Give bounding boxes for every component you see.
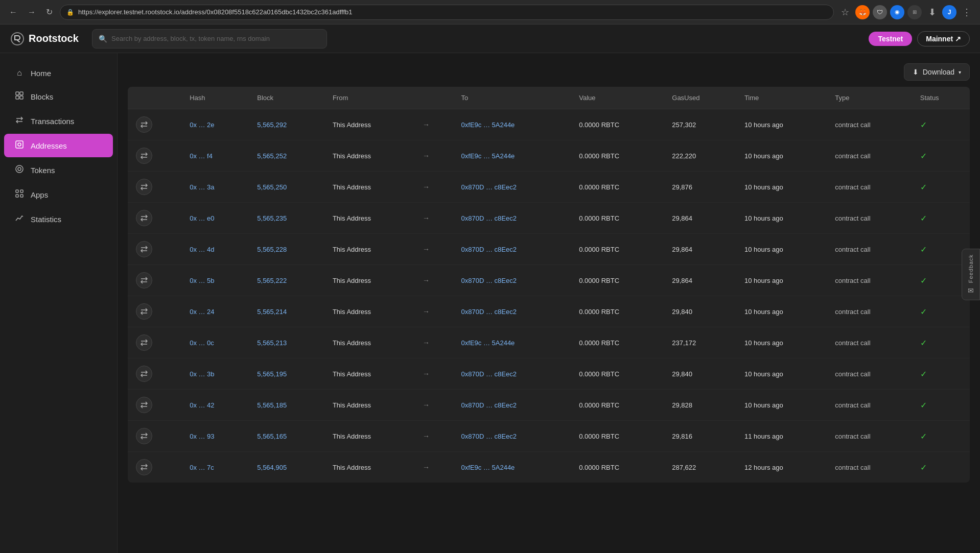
browser-icons: ☆ 🦊 🛡 ◉ ⊞ ⬇ J ⋮ xyxy=(838,5,974,19)
url-bar[interactable]: 🔒 https://explorer.testnet.rootstock.io/… xyxy=(60,5,834,20)
row-to: 0xfE9c … 5A244e xyxy=(453,109,571,140)
sidebar-item-statistics[interactable]: Statistics xyxy=(4,207,113,231)
row-status: ✓ xyxy=(912,358,970,390)
row-icon-cell xyxy=(128,203,181,234)
download-button[interactable]: ⬇ Download ▾ xyxy=(904,63,970,81)
hash-link[interactable]: 0x … 3b xyxy=(190,370,214,378)
block-link[interactable]: 5,565,292 xyxy=(257,121,287,129)
tx-swap-icon[interactable] xyxy=(136,366,152,382)
row-block: 5,564,905 xyxy=(249,452,324,483)
firefox-icon[interactable]: 🦊 xyxy=(855,5,870,19)
block-link[interactable]: 5,565,213 xyxy=(257,339,287,347)
hash-link[interactable]: 0x … f4 xyxy=(190,152,213,160)
block-link[interactable]: 5,565,185 xyxy=(257,401,287,409)
block-link[interactable]: 5,565,214 xyxy=(257,308,287,316)
search-bar[interactable]: 🔍 Search by address, block, tx, token na… xyxy=(92,29,327,49)
hash-link[interactable]: 0x … 42 xyxy=(190,401,214,409)
row-value: 0.0000 RBTC xyxy=(571,203,664,234)
row-value: 0.0000 RBTC xyxy=(571,140,664,172)
block-link[interactable]: 5,564,905 xyxy=(257,464,287,471)
row-type: contract call xyxy=(827,109,912,140)
hash-link[interactable]: 0x … 24 xyxy=(190,308,214,316)
shield-icon[interactable]: 🛡 xyxy=(873,5,887,19)
table-row: 0x … f4 5,565,252 This Address → 0xfE9c … xyxy=(128,140,970,172)
status-check-icon: ✓ xyxy=(920,432,927,441)
block-link[interactable]: 5,565,228 xyxy=(257,246,287,253)
puzzle-icon[interactable]: ⊞ xyxy=(907,5,922,19)
hash-link[interactable]: 0x … 3a xyxy=(190,183,214,191)
hash-link[interactable]: 0x … 7c xyxy=(190,464,214,471)
tx-swap-icon[interactable] xyxy=(136,179,152,195)
to-address-link[interactable]: 0xfE9c … 5A244e xyxy=(461,121,515,129)
row-from: This Address xyxy=(324,296,414,327)
hash-link[interactable]: 0x … 93 xyxy=(190,432,214,440)
to-address-link[interactable]: 0x870D … c8Eec2 xyxy=(461,401,517,409)
tx-swap-icon[interactable] xyxy=(136,397,152,413)
tx-swap-icon[interactable] xyxy=(136,116,152,133)
block-link[interactable]: 5,565,250 xyxy=(257,183,287,191)
profile-icon[interactable]: J xyxy=(942,5,956,19)
addresses-icon xyxy=(14,140,25,151)
row-gas: 29,864 xyxy=(664,265,736,296)
to-address-link[interactable]: 0xfE9c … 5A244e xyxy=(461,152,515,160)
hash-link[interactable]: 0x … 0c xyxy=(190,339,214,347)
tx-swap-icon[interactable] xyxy=(136,334,152,351)
hash-link[interactable]: 0x … 5b xyxy=(190,277,214,284)
row-gas: 29,864 xyxy=(664,234,736,265)
row-icon-cell xyxy=(128,358,181,390)
forward-button[interactable]: → xyxy=(25,6,39,19)
to-address-link[interactable]: 0x870D … c8Eec2 xyxy=(461,277,517,284)
block-link[interactable]: 5,565,165 xyxy=(257,432,287,440)
block-link[interactable]: 5,565,195 xyxy=(257,370,287,378)
row-hash: 0x … 3a xyxy=(181,172,249,203)
sidebar-item-transactions[interactable]: Transactions xyxy=(4,109,113,133)
hash-link[interactable]: 0x … 2e xyxy=(190,121,214,129)
hash-link[interactable]: 0x … 4d xyxy=(190,246,214,253)
row-value: 0.0000 RBTC xyxy=(571,172,664,203)
reload-button[interactable]: ↻ xyxy=(43,5,56,19)
tx-swap-icon[interactable] xyxy=(136,210,152,226)
block-link[interactable]: 5,565,235 xyxy=(257,214,287,222)
col-arrow xyxy=(414,87,453,109)
tx-swap-icon[interactable] xyxy=(136,241,152,257)
menu-icon[interactable]: ⋮ xyxy=(960,5,974,19)
sidebar-item-addresses[interactable]: Addresses xyxy=(4,134,113,157)
row-block: 5,565,213 xyxy=(249,327,324,358)
tx-swap-icon[interactable] xyxy=(136,459,152,475)
to-address-link[interactable]: 0x870D … c8Eec2 xyxy=(461,246,517,253)
block-link[interactable]: 5,565,252 xyxy=(257,152,287,160)
sidebar-item-apps[interactable]: Apps xyxy=(4,183,113,206)
extension-icon[interactable]: ◉ xyxy=(890,5,904,19)
to-address-link[interactable]: 0xfE9c … 5A244e xyxy=(461,339,515,347)
to-address-link[interactable]: 0xfE9c … 5A244e xyxy=(461,464,515,471)
svg-point-7 xyxy=(16,165,23,173)
testnet-button[interactable]: Testnet xyxy=(869,32,912,46)
bookmark-icon[interactable]: ☆ xyxy=(838,5,852,19)
feedback-widget[interactable]: Feedback ✉ xyxy=(962,249,980,300)
toolbar: ⬇ Download ▾ xyxy=(128,63,970,81)
sidebar-item-blocks[interactable]: Blocks xyxy=(4,85,113,108)
tx-swap-icon[interactable] xyxy=(136,272,152,288)
hash-link[interactable]: 0x … e0 xyxy=(190,214,214,222)
tx-swap-icon[interactable] xyxy=(136,148,152,164)
to-address-link[interactable]: 0x870D … c8Eec2 xyxy=(461,308,517,316)
row-value: 0.0000 RBTC xyxy=(571,390,664,421)
row-time: 10 hours ago xyxy=(736,358,827,390)
to-address-link[interactable]: 0x870D … c8Eec2 xyxy=(461,370,517,378)
row-status: ✓ xyxy=(912,327,970,358)
logo[interactable]: Rootstock xyxy=(10,32,92,46)
tx-swap-icon[interactable] xyxy=(136,428,152,444)
download-icon[interactable]: ⬇ xyxy=(925,5,939,19)
block-link[interactable]: 5,565,222 xyxy=(257,277,287,284)
to-address-link[interactable]: 0x870D … c8Eec2 xyxy=(461,432,517,440)
row-to: 0x870D … c8Eec2 xyxy=(453,172,571,203)
col-to: To xyxy=(453,87,571,109)
tx-swap-icon[interactable] xyxy=(136,303,152,320)
mainnet-button[interactable]: Mainnet ↗ xyxy=(917,31,970,46)
back-button[interactable]: ← xyxy=(6,6,20,19)
to-address-link[interactable]: 0x870D … c8Eec2 xyxy=(461,214,517,222)
sidebar-item-home[interactable]: ⌂ Home xyxy=(4,62,113,84)
table-row: 0x … 24 5,565,214 This Address → 0x870D … xyxy=(128,296,970,327)
sidebar-item-tokens[interactable]: Tokens xyxy=(4,158,113,182)
to-address-link[interactable]: 0x870D … c8Eec2 xyxy=(461,183,517,191)
